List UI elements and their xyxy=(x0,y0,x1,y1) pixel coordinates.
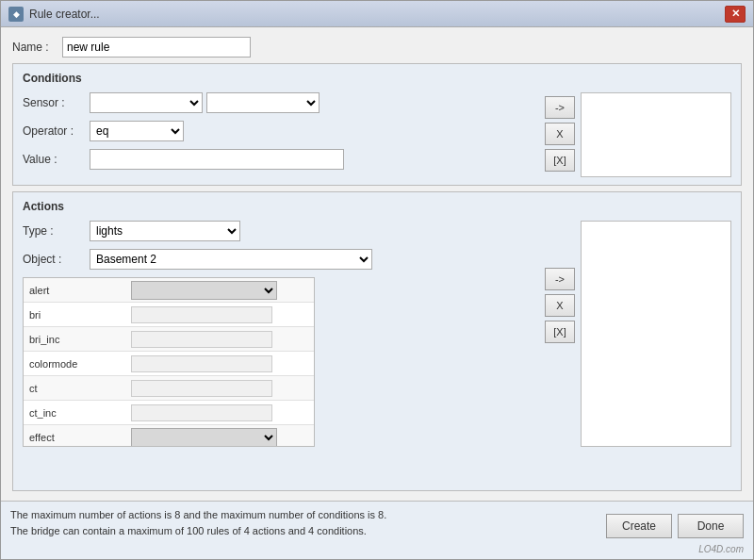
attr-select-effect[interactable] xyxy=(131,428,277,447)
attr-input-bri[interactable] xyxy=(131,306,272,323)
window-title: Rule creator... xyxy=(29,8,100,21)
value-label: Value : xyxy=(23,153,84,166)
attr-input-colormode[interactable] xyxy=(131,355,272,372)
name-input[interactable] xyxy=(62,37,251,58)
type-row: Type : lights groups schedules scenes xyxy=(23,221,539,241)
actions-section: Actions Type : lights groups schedules s… xyxy=(12,191,742,491)
conditions-xi-button[interactable]: [X] xyxy=(545,149,575,172)
attr-input-bri-inc[interactable] xyxy=(131,331,272,348)
name-row: Name : xyxy=(12,37,742,58)
sensor-select-2[interactable] xyxy=(206,92,320,113)
conditions-preview xyxy=(581,92,731,177)
attr-row-alert: alert xyxy=(24,278,314,303)
actions-title: Actions xyxy=(23,200,731,213)
close-button[interactable]: ✕ xyxy=(725,6,746,23)
attr-row-bri: bri xyxy=(24,303,314,327)
attr-row-bri-inc: bri_inc xyxy=(24,327,314,352)
actions-arrow-button[interactable]: -> xyxy=(545,268,575,290)
attr-row-ct: ct xyxy=(24,376,314,401)
attr-name-colormode: colormode xyxy=(24,358,127,370)
actions-x-button[interactable]: X xyxy=(545,294,575,317)
attr-row-colormode: colormode xyxy=(24,352,314,376)
attr-name-effect: effect xyxy=(24,432,127,443)
object-row: Object : Basement 2 xyxy=(23,249,539,270)
object-select[interactable]: Basement 2 xyxy=(90,249,372,270)
status-text: The maximum number of actions is 8 and t… xyxy=(10,507,386,538)
sensor-select-1[interactable] xyxy=(90,92,203,113)
attr-name-ct-inc: ct_inc xyxy=(24,407,127,419)
attr-input-ct-inc[interactable] xyxy=(131,404,272,421)
attr-name-alert: alert xyxy=(24,285,127,296)
actions-xi-button[interactable]: [X] xyxy=(545,321,575,343)
object-label: Object : xyxy=(23,253,84,266)
value-input[interactable] xyxy=(90,149,344,170)
value-row: Value : xyxy=(23,149,539,170)
attributes-table: alert bri xyxy=(23,277,315,447)
sensor-label: Sensor : xyxy=(23,96,84,109)
sensor-row: Sensor : xyxy=(23,92,539,113)
type-select[interactable]: lights groups schedules scenes xyxy=(90,221,240,241)
conditions-title: Conditions xyxy=(23,72,731,85)
type-label: Type : xyxy=(23,224,84,238)
conditions-arrow-button[interactable]: -> xyxy=(545,96,575,119)
done-button[interactable]: Done xyxy=(678,514,744,538)
attr-row-ct-inc: ct_inc xyxy=(24,401,314,425)
create-button[interactable]: Create xyxy=(606,514,672,538)
watermark: LO4D.com xyxy=(698,544,744,554)
attr-input-ct[interactable] xyxy=(131,380,272,397)
name-label: Name : xyxy=(12,41,55,54)
app-icon: ◆ xyxy=(8,7,24,22)
operator-row: Operator : eq lt gt le ge xyxy=(23,121,539,141)
attr-name-bri-inc: bri_inc xyxy=(24,334,127,345)
actions-buttons: -> X [X] xyxy=(545,221,575,447)
status-line1: The maximum number of actions is 8 and t… xyxy=(10,507,386,523)
actions-preview xyxy=(581,221,731,447)
operator-select[interactable]: eq lt gt le ge xyxy=(90,121,184,141)
attr-row-effect: effect xyxy=(24,425,314,447)
attr-name-bri: bri xyxy=(24,309,127,321)
attr-select-alert[interactable] xyxy=(131,281,277,300)
conditions-section: Conditions Sensor : xyxy=(12,63,742,186)
conditions-x-button[interactable]: X xyxy=(545,123,575,145)
attr-name-ct: ct xyxy=(24,383,127,394)
operator-label: Operator : xyxy=(23,124,84,138)
title-bar: ◆ Rule creator... ✕ xyxy=(1,1,753,27)
conditions-buttons: -> X [X] xyxy=(545,92,575,177)
status-line2: The bridge can contain a maximum of 100 … xyxy=(10,523,386,539)
